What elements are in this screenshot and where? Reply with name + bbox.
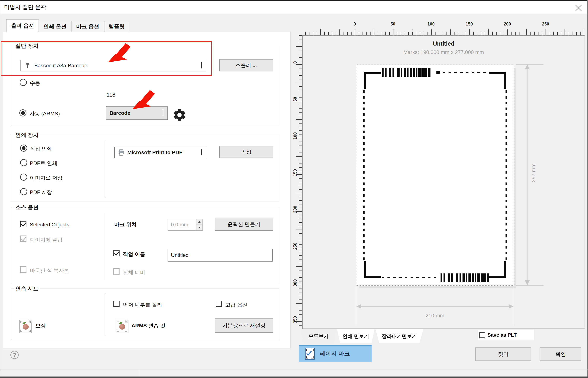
spinner-up-button[interactable]	[196, 219, 203, 225]
v-ruler-major-ticks	[296, 35, 302, 329]
make-contour-button-label: 윤곽선 만들기	[227, 221, 260, 228]
reset-defaults-button[interactable]: 기본값으로 재설정	[215, 318, 273, 333]
page-mark-button-label: 페이지 마크	[320, 350, 350, 358]
auto-value: 118	[107, 92, 115, 98]
direct-print-radio[interactable]	[20, 145, 27, 152]
tab-template[interactable]: 템플릿	[104, 21, 129, 32]
chevron-down-icon	[163, 109, 163, 116]
direct-print-label: 직접 인쇄	[30, 145, 52, 152]
advanced-options-label: 고급 옵션	[225, 301, 248, 309]
top-dashed-line	[443, 72, 489, 73]
mark-position-label: 마크 위치	[114, 221, 137, 228]
arrow-right-icon	[509, 304, 514, 309]
help-button[interactable]: ?	[10, 351, 19, 359]
tab-label: 템플릿	[109, 23, 125, 30]
clip-to-page-checkbox[interactable]	[20, 235, 27, 242]
job-name-checkbox[interactable]	[113, 250, 120, 256]
make-contour-button[interactable]: 윤곽선 만들기	[215, 218, 273, 231]
page-mark-icon	[305, 348, 315, 360]
spinner-down-button[interactable]	[196, 225, 203, 230]
dim-hline	[357, 306, 513, 307]
barcode-top-stop	[436, 71, 440, 74]
barcode-bottom	[441, 273, 489, 282]
cut-inside-first-checkbox[interactable]	[113, 301, 120, 307]
cut-inside-first-label: 먼저 내부를 잘라	[123, 301, 162, 309]
tab-mark-options[interactable]: 마크 옵션	[71, 21, 104, 32]
printer-value: Microsoft Print to PDF	[127, 149, 182, 156]
chevron-down-icon	[201, 149, 202, 155]
selected-objects-checkbox[interactable]	[20, 221, 27, 227]
job-name-input[interactable]: Untitled	[168, 249, 273, 262]
arms-practice-icon[interactable]	[116, 320, 128, 333]
registration-marks	[364, 72, 506, 278]
tab-label: 출력 옵션	[11, 22, 34, 30]
selected-objects-label: Selected Objects	[30, 222, 69, 228]
view-tab-print-only[interactable]: 인쇄 만보기	[337, 329, 375, 344]
pdf-save-label: PDF 저장	[30, 189, 52, 196]
mark-type-value: Barcode	[110, 110, 130, 116]
print-device-title: 인쇄 장치	[14, 131, 40, 139]
h-ruler-major-ticks	[302, 29, 585, 35]
dim-ext-left	[356, 287, 356, 326]
spooler-button-label: 스풀러 ...	[235, 62, 257, 69]
calibration-icon[interactable]	[19, 320, 32, 333]
clip-to-page-label: 페이지에 클립	[30, 236, 63, 243]
build-button-label: 짓다	[498, 351, 508, 358]
arms-settings-button[interactable]	[172, 108, 187, 123]
job-name-label: 직업 이름	[123, 251, 145, 258]
pdf-print-radio[interactable]	[20, 159, 27, 166]
page-preview	[356, 65, 514, 285]
view-tab-label: 잘라내기만보기	[382, 333, 417, 340]
status-bar-divider	[139, 370, 139, 377]
properties-button-label: 속성	[241, 148, 251, 156]
full-width-checkbox[interactable]	[113, 268, 120, 275]
view-tab-cut-only[interactable]: 잘라내기만보기	[375, 329, 423, 344]
preview-marks-info: Marks: 190.000 mm x 277.000 mm	[303, 49, 585, 55]
view-tab-all[interactable]: 모두보기	[301, 329, 336, 344]
view-tab-label: 모두보기	[308, 333, 329, 340]
h-ruler-label: 0	[354, 22, 356, 27]
close-button[interactable]	[572, 2, 585, 14]
corner-mark-bottom-right	[489, 261, 506, 278]
triangle-up-icon	[198, 221, 201, 223]
properties-button[interactable]: 속성	[219, 146, 273, 158]
window-left-border	[0, 0, 0, 378]
tiled-copies-label: 바둑판 식 복사본	[30, 267, 69, 274]
gear-icon	[172, 108, 187, 122]
build-button[interactable]: 짓다	[475, 348, 532, 361]
calibration-label: 보정	[35, 322, 46, 329]
window-bottom-border	[0, 377, 588, 378]
tab-output-options[interactable]: 출력 옵션	[6, 19, 39, 32]
h-ruler-label: 200	[504, 22, 511, 27]
dim-ext-right	[514, 287, 514, 326]
height-dim-label: 297 mm	[531, 161, 537, 185]
width-dim-label: 210 mm	[425, 313, 444, 319]
tab-label: 마크 옵션	[76, 23, 99, 30]
auto-arms-radio-label: 자동 (ARMS)	[29, 110, 60, 117]
reset-defaults-button-label: 기본값으로 재설정	[222, 322, 266, 329]
arrow-left-icon	[356, 304, 361, 309]
h-ruler-label: 150	[466, 22, 473, 27]
spooler-button[interactable]: 스풀러 ...	[219, 59, 273, 71]
corner-mark-top-right	[489, 72, 506, 89]
preview-canvas[interactable]: Untitled Marks: 190.000 mm x 277.000 mm	[302, 35, 585, 329]
view-tab-label: 인쇄 만보기	[343, 333, 369, 340]
ok-button[interactable]: 확인	[540, 348, 581, 361]
tab-label: 인쇄 옵션	[43, 23, 67, 30]
mark-position-spinner[interactable]: 0.0 mm	[168, 219, 203, 231]
manual-radio[interactable]	[20, 79, 27, 86]
tab-print-options[interactable]: 인쇄 옵션	[39, 21, 71, 32]
page-mark-button[interactable]: 페이지 마크	[299, 345, 372, 362]
printer-select[interactable]: Microsoft Print to PDF	[114, 147, 206, 158]
window-right-border	[587, 0, 588, 378]
image-save-radio[interactable]	[20, 174, 27, 181]
h-ruler-label: 100	[428, 22, 434, 27]
save-as-plt-checkbox[interactable]	[479, 332, 485, 338]
barcode-top	[382, 68, 431, 77]
window-title: 마법사 절단 윤곽	[4, 3, 46, 11]
tiled-copies-checkbox[interactable]	[20, 266, 27, 273]
vertical-ruler: 0 50 100 150 200 250 300 350	[292, 35, 302, 329]
pdf-save-radio[interactable]	[20, 188, 27, 195]
auto-arms-radio[interactable]	[19, 109, 27, 116]
advanced-options-checkbox[interactable]	[216, 301, 222, 307]
